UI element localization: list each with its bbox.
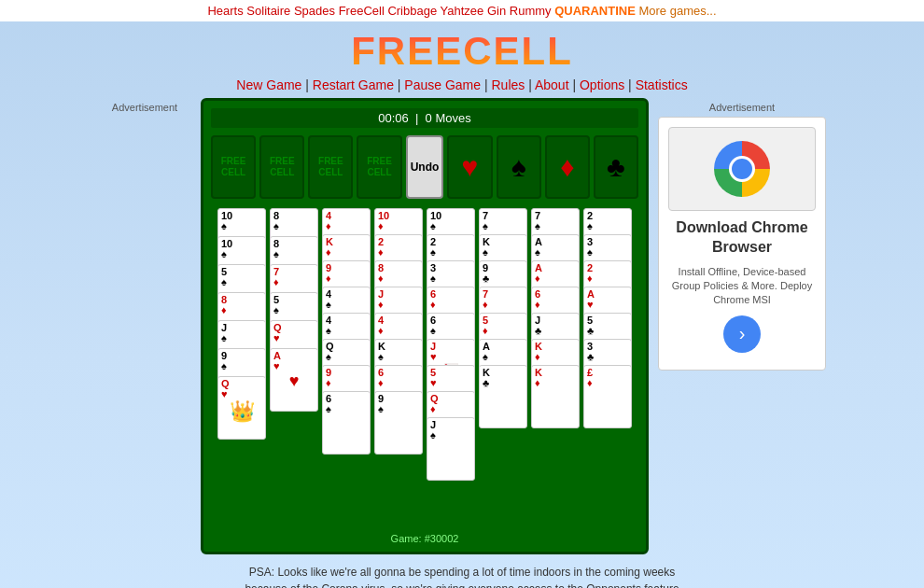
ad-window-mock [668, 127, 816, 211]
nav-ginrummy[interactable]: Gin Rummy [487, 4, 552, 18]
table-row[interactable]: J♠ [427, 417, 475, 481]
free-cell-2[interactable]: FREECELL [259, 135, 304, 199]
nav-restart-game[interactable]: Restart Game [313, 77, 394, 92]
column-6: 7♠ K♠ 9♣ 7♦ 5♦ A♠ K♣ [479, 208, 527, 469]
free-cell-3[interactable]: FREECELL [308, 135, 353, 199]
column-7: 7♠ A♠ A♦ 6♦ J♣ K♦ K♦ [531, 208, 580, 469]
table-row[interactable]: 9♠ [374, 391, 423, 455]
diamonds-foundation[interactable]: ♦ [545, 135, 590, 199]
column-4: 10♦ 2♦ 8♦ J♦ 4♦ K♠ 6♦ [374, 208, 423, 497]
column-5: 10♠ 2♠ 3♠ 6♦ 6♠ J♥🃏 5♥ [427, 208, 475, 525]
nav-rules[interactable]: Rules [492, 77, 525, 92]
nav-statistics[interactable]: Statistics [636, 77, 688, 92]
move-counter: 0 Moves [426, 111, 471, 125]
nav-moregames[interactable]: More games... [638, 4, 716, 18]
columns-area: 10♠♠ 10♠ 5♠ 8♦ J♠ 9♠ Q♥👑 [211, 208, 638, 525]
nav-quarantine[interactable]: QUARANTINE [554, 4, 636, 18]
nav-about[interactable]: About [535, 77, 569, 92]
free-cell-4[interactable]: FREECELL [357, 135, 401, 199]
right-ad-label: Advertisement [658, 102, 826, 113]
nav-hearts[interactable]: Hearts [207, 4, 243, 18]
table-row[interactable]: K♣ [479, 365, 527, 428]
table-row[interactable]: Q♥👑 [217, 376, 266, 440]
top-navigation: Hearts Solitaire Spades FreeCell Cribbag… [0, 0, 924, 21]
chrome-inner-circle [729, 156, 755, 182]
game-timer: 00:06 [378, 111, 409, 125]
nav-freecell[interactable]: FreeCell [339, 4, 385, 18]
spades-foundation[interactable]: ♠ [497, 135, 541, 199]
ad-cta-button[interactable]: › [723, 315, 761, 353]
ad-box: Download Chrome Browser Install Offline,… [658, 117, 826, 371]
psa-main-text: PSA: Looks like we're all gonna be spend… [245, 566, 679, 588]
game-navigation: New Game | Restart Game | Pause Game | R… [0, 77, 924, 92]
top-row: FREECELL FREECELL FREECELL FREECELL Undo… [211, 135, 638, 199]
psa-area: PSA: Looks like we're all gonna be spend… [238, 564, 686, 588]
ad-body: Install Offline, Device-based Group Poli… [668, 265, 816, 308]
nav-pause-game[interactable]: Pause Game [404, 77, 481, 92]
left-ad-label: Advertisement [98, 102, 191, 113]
nav-cribbage[interactable]: Cribbage [387, 4, 437, 18]
clubs-foundation[interactable]: ♣ [594, 135, 638, 199]
game-board: 00:06 | 0 Moves FREECELL FREECELL FREECE… [201, 98, 649, 554]
free-cell-1[interactable]: FREECELL [211, 135, 256, 199]
nav-solitaire[interactable]: Solitaire [246, 4, 290, 18]
column-8: 2♠ 3♠ 2♦ A♥ 5♣ 3♣ £♦ [583, 208, 632, 469]
nav-spades[interactable]: Spades [294, 4, 335, 18]
hearts-foundation[interactable]: ♥ [447, 135, 492, 199]
table-row[interactable]: 6♠ [322, 391, 371, 455]
column-2: 8♠♠♠ 8♠ 7♦ 5♠ Q♥ A♥♥ [270, 208, 318, 441]
table-row[interactable]: £♦ [583, 365, 632, 428]
game-number: Game: #30002 [211, 533, 638, 544]
column-3: 4♦ K♦ 9♦ 4♠ 4♠ Q♠ 9♦ [322, 208, 371, 497]
chrome-logo [714, 141, 770, 197]
main-layout: Advertisement 00:06 | 0 Moves FREECELL F… [0, 98, 924, 554]
nav-options[interactable]: Options [580, 77, 624, 92]
undo-button[interactable]: Undo [406, 135, 444, 199]
table-row[interactable]: K♦ [531, 365, 580, 428]
table-row[interactable]: A♥♥ [270, 348, 318, 412]
column-1: 10♠♠ 10♠ 5♠ 8♦ J♠ 9♠ Q♥👑 [217, 208, 266, 469]
nav-new-game[interactable]: New Game [236, 77, 301, 92]
status-bar: 00:06 | 0 Moves [211, 108, 638, 128]
nav-yahtzee[interactable]: Yahtzee [441, 4, 484, 18]
ad-title: Download Chrome Browser [668, 218, 816, 258]
right-advertisement-area: Advertisement Download Chrome Browser In… [658, 98, 826, 371]
left-advertisement: Advertisement [98, 98, 191, 113]
site-title: FREECELL [0, 29, 924, 74]
title-area: FREECELL [0, 21, 924, 77]
